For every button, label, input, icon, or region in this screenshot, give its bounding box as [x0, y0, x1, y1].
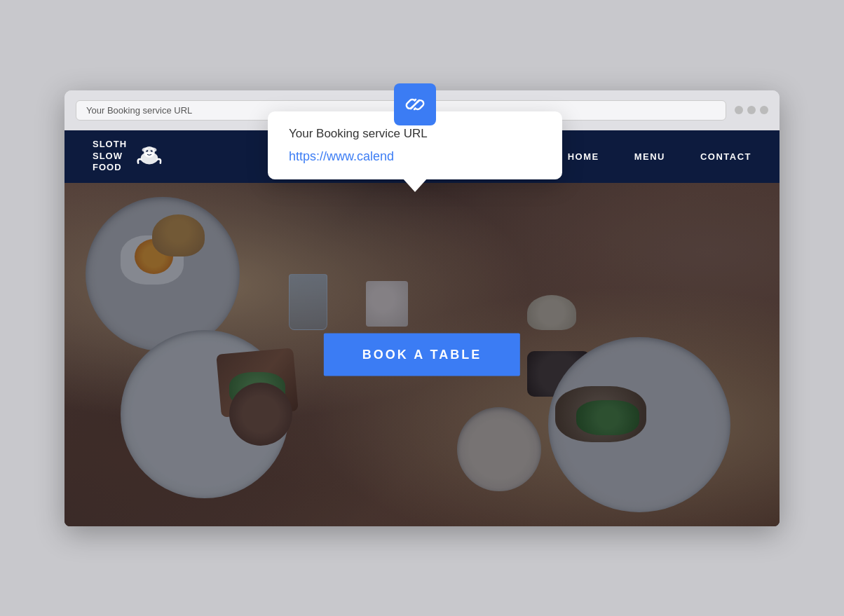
browser-dot-3 [760, 106, 768, 114]
sloth-icon [134, 141, 165, 172]
link-icon-badge [394, 83, 436, 125]
book-table-button[interactable]: BOOK A TABLE [324, 333, 520, 376]
link-icon [404, 93, 426, 116]
site-logo: SLOTH SLOW FOOD [93, 139, 165, 174]
nav-item-contact[interactable]: CONTACT [700, 151, 751, 162]
tooltip-title: Your Booking service URL [289, 127, 541, 141]
browser-window: Your Booking service URL Your Booking se… [64, 90, 780, 526]
nav-item-home[interactable]: HOME [568, 151, 599, 162]
hero-cta: BOOK A TABLE [324, 333, 520, 376]
browser-dots [735, 106, 768, 114]
logo-line2: SLOW [93, 151, 123, 161]
browser-dot-2 [747, 106, 756, 114]
hero-section: BOOK A TABLE [64, 183, 780, 526]
tooltip-wrapper: Your Booking service URL [268, 83, 562, 179]
url-input[interactable] [289, 149, 541, 164]
logo-line1: SLOTH [93, 139, 127, 149]
svg-line-0 [411, 100, 419, 109]
nav-links: HOME MENU CONTACT [568, 151, 751, 162]
logo-line3: FOOD [93, 162, 122, 172]
logo-text: SLOTH SLOW FOOD [93, 139, 127, 174]
browser-dot-1 [735, 106, 743, 114]
nav-item-menu[interactable]: MENU [634, 151, 665, 162]
